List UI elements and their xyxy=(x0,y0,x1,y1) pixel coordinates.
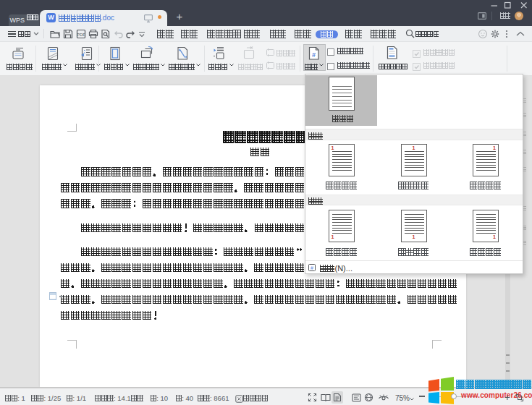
svg-text:#: # xyxy=(311,265,313,270)
svg-text:PDF: PDF xyxy=(77,33,85,37)
svg-text:#: # xyxy=(312,51,316,59)
